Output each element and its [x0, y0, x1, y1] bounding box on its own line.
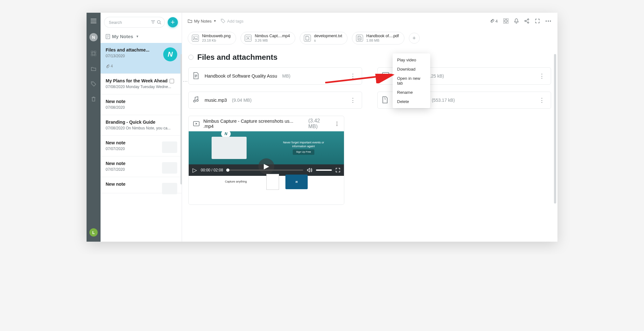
user-avatar[interactable]: L	[89, 228, 98, 237]
text-icon	[304, 35, 311, 42]
scrollbar[interactable]	[554, 54, 556, 203]
svg-rect-1	[94, 51, 96, 53]
note-attachments: 4	[106, 64, 177, 68]
audio-icon	[193, 96, 201, 104]
video-preview[interactable]: N Never forget important events or infor…	[189, 131, 344, 204]
file-card[interactable]: Handbook of Software Quality Assu MB) ⋮	[188, 67, 362, 85]
chevron-down-icon: ▼	[136, 35, 139, 38]
folder-icon[interactable]	[90, 66, 97, 72]
svg-rect-18	[382, 72, 389, 78]
folder-header[interactable]: My Notes ▼	[101, 31, 182, 43]
paperclip-icon	[106, 64, 109, 68]
video-card[interactable]: Nimbus Capture - Capture screenshots us.…	[188, 116, 344, 205]
note-date: 07/08/2020	[106, 105, 177, 110]
apps-icon[interactable]	[90, 50, 97, 57]
main-panel: My Notes ▼ Add tags 4 •••	[182, 13, 557, 242]
note-list: Files and attachme... 07/13/2020 4 N My …	[101, 43, 182, 242]
file-menu-button[interactable]: ⋮	[538, 71, 546, 81]
todo-radio[interactable]	[188, 55, 193, 60]
note-item[interactable]: New note 07/07/2020	[101, 156, 182, 177]
note-content: Files and attachments ⋯ Handbook of Soft…	[182, 49, 557, 242]
attachment-chip[interactable]: development.txts	[300, 32, 347, 45]
add-tags-button[interactable]: Add tags	[221, 19, 243, 24]
svg-point-13	[528, 19, 529, 20]
svg-rect-15	[193, 36, 198, 40]
header-actions: 4 •••	[490, 18, 552, 24]
attachment-chip[interactable]: Handbook of....pdf1.88 MB	[352, 32, 404, 45]
svg-rect-3	[94, 54, 96, 56]
svg-rect-0	[91, 51, 93, 53]
file-card[interactable]: music.mp3 (9.04 MB) ⋮	[188, 92, 362, 109]
add-note-button[interactable]: +	[168, 17, 178, 27]
folder-indicator-icon	[170, 79, 174, 83]
folder-name: My Notes	[112, 34, 133, 39]
note-title: My Plans for the Week Ahead	[106, 78, 177, 83]
trash-icon[interactable]	[90, 96, 97, 102]
svg-point-19	[384, 73, 385, 74]
left-rail: N L	[87, 13, 101, 242]
volume-bar[interactable]	[316, 169, 332, 171]
ctx-open-new-tab[interactable]: Open in new tab	[393, 74, 430, 88]
ctx-delete[interactable]: Delete	[393, 97, 430, 106]
note-thumbnail	[162, 141, 177, 153]
attachments-count[interactable]: 4	[490, 19, 498, 24]
cloud-icon: N	[221, 130, 231, 137]
svg-rect-9	[507, 18, 508, 20]
file-menu-button[interactable]: ⋮	[334, 121, 340, 127]
doc-icon	[193, 72, 201, 80]
note-item[interactable]: New note 07/07/2020	[101, 136, 182, 156]
page-title: Files and attachments	[197, 53, 277, 62]
file-grid: Handbook of Software Quality Assu MB) ⋮ …	[188, 67, 551, 205]
expand-icon[interactable]	[535, 19, 540, 23]
video-caption: Capture anything	[225, 180, 260, 184]
note-item[interactable]: New note 07/08/2020	[101, 94, 182, 115]
search-icon[interactable]	[157, 20, 161, 24]
preview-sheet	[266, 174, 279, 190]
attachment-chip[interactable]: Nimbus Capt....mp43.26 MB	[241, 32, 295, 45]
svg-point-4	[92, 82, 93, 83]
note-date: 07/08/2020 Monday Tuesday Wedne...	[106, 85, 177, 89]
tag-icon	[221, 19, 225, 23]
note-item[interactable]: My Plans for the Week Ahead 07/08/2020 M…	[101, 74, 182, 94]
more-icon[interactable]: •••	[545, 19, 552, 24]
note-thumbnail: N	[163, 47, 177, 61]
ctx-play-video[interactable]: Play video	[393, 55, 430, 65]
breadcrumb[interactable]: My Notes ▼	[188, 19, 216, 24]
video-icon	[193, 121, 200, 126]
note-thumbnail	[162, 183, 177, 194]
svg-rect-10	[503, 22, 505, 24]
ctx-rename[interactable]: Rename	[393, 88, 430, 97]
workspace-avatar[interactable]: N	[89, 33, 98, 41]
bell-icon[interactable]	[514, 18, 519, 24]
file-menu-button[interactable]: ⋮	[349, 71, 357, 81]
image-icon	[192, 35, 199, 42]
share-icon[interactable]	[524, 18, 529, 24]
tag-icon[interactable]	[90, 81, 97, 87]
file-menu-button[interactable]: ⋮	[538, 95, 546, 105]
ctx-download[interactable]: Download	[393, 65, 430, 74]
video-slogan: Never forget important events or informa…	[280, 141, 327, 155]
svg-point-7	[221, 20, 222, 20]
filter-icon[interactable]	[151, 20, 155, 24]
note-title: New note	[106, 99, 177, 104]
svg-point-5	[158, 21, 160, 24]
grid-view-icon[interactable]	[503, 18, 508, 24]
file-menu-button[interactable]: ⋮	[349, 95, 357, 105]
svg-rect-2	[91, 54, 93, 56]
note-date: 07/08/2020 On Nimbus Note, you ca...	[106, 126, 177, 130]
note-thumbnail	[162, 162, 177, 174]
note-item[interactable]: Branding - Quick Guide 07/08/2020 On Nim…	[101, 115, 182, 136]
seek-bar[interactable]	[227, 169, 303, 171]
zip-icon	[382, 96, 390, 104]
svg-point-16	[194, 37, 195, 38]
menu-icon[interactable]	[90, 18, 97, 24]
svg-rect-11	[507, 22, 508, 24]
add-attachment-button[interactable]: +	[409, 33, 420, 44]
note-item[interactable]: New note	[101, 177, 182, 193]
note-item[interactable]: Files and attachme... 07/13/2020 4 N	[101, 43, 182, 74]
drag-handle-icon[interactable]: ⋯	[183, 78, 188, 84]
svg-point-14	[528, 22, 529, 23]
image-icon	[382, 72, 390, 80]
attachment-chip[interactable]: Nimbusweb.png23.18 Kb	[188, 32, 236, 45]
video-icon	[245, 35, 252, 42]
